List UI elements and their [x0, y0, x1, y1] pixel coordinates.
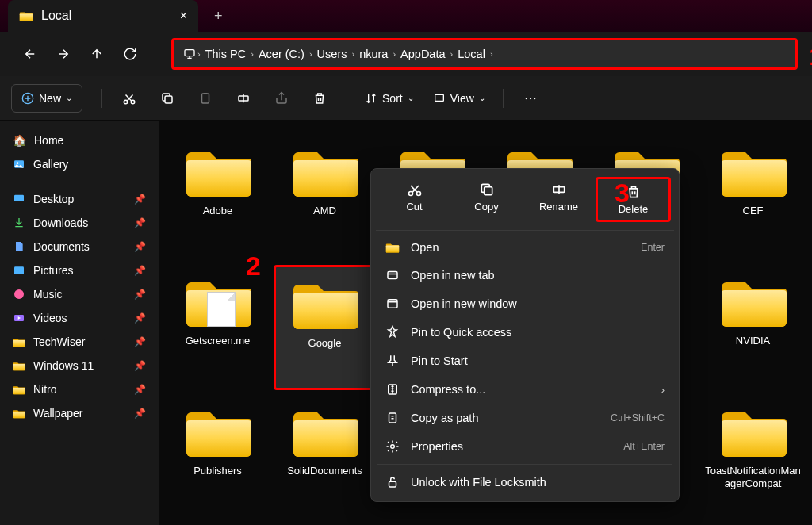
- folder-item-google[interactable]: Google: [274, 265, 376, 390]
- share-button[interactable]: [264, 84, 299, 113]
- svg-rect-14: [14, 266, 24, 274]
- back-button[interactable]: [14, 38, 46, 70]
- new-tab-button[interactable]: +: [214, 8, 223, 25]
- folder-icon: [19, 10, 33, 21]
- svg-rect-5: [202, 94, 209, 103]
- annotation-3: 3: [615, 178, 630, 209]
- annotation-2: 2: [246, 251, 261, 282]
- breadcrumb-item[interactable]: Users: [312, 48, 352, 60]
- more-button[interactable]: [513, 84, 548, 113]
- svg-point-3: [131, 100, 135, 104]
- tab-icon: [385, 268, 400, 282]
- sidebar-item-techwiser[interactable]: TechWiser📌: [0, 330, 159, 354]
- sidebar-gallery[interactable]: Gallery: [0, 152, 159, 176]
- svg-point-18: [416, 192, 420, 196]
- ctx-pin-start[interactable]: Pin to Start: [376, 347, 674, 375]
- ctx-compress[interactable]: Compress to...›: [376, 375, 674, 404]
- folder-icon: [13, 385, 25, 395]
- refresh-button[interactable]: [114, 38, 146, 70]
- home-icon: 🏠: [13, 134, 26, 147]
- svg-point-8: [525, 97, 527, 98]
- copy-button[interactable]: [150, 84, 185, 113]
- svg-rect-0: [185, 50, 194, 56]
- ctx-pin-quick[interactable]: Pin to Quick access: [376, 318, 674, 347]
- downloads-icon: [13, 217, 25, 229]
- sidebar-item-downloads[interactable]: Downloads📌: [0, 211, 159, 235]
- folder-item[interactable]: Adobe: [167, 135, 269, 260]
- svg-rect-7: [435, 94, 443, 101]
- ctx-open-window[interactable]: Open in new window: [376, 289, 674, 318]
- props-icon: [385, 439, 400, 454]
- breadcrumb-item[interactable]: nkura: [354, 48, 393, 60]
- svg-point-17: [408, 192, 412, 196]
- titlebar: Local × +: [0, 0, 812, 32]
- sidebar-item-windows11[interactable]: Windows 11📌: [0, 354, 159, 377]
- svg-rect-19: [484, 187, 492, 195]
- sidebar-item-desktop[interactable]: Desktop📌: [0, 187, 159, 211]
- tab-title: Local: [41, 9, 71, 23]
- svg-rect-4: [165, 96, 172, 103]
- cut-button[interactable]: [112, 84, 147, 113]
- breadcrumb[interactable]: › This PC› Acer (C:)› Users› nkura› AppD…: [171, 38, 798, 70]
- path-icon: [385, 411, 400, 425]
- svg-rect-21: [388, 272, 397, 279]
- new-button[interactable]: New ⌄: [11, 84, 82, 113]
- ctx-delete[interactable]: Delete: [596, 177, 671, 222]
- ctx-copy-path[interactable]: Copy as pathCtrl+Shift+C: [376, 404, 674, 432]
- breadcrumb-item[interactable]: AppData: [396, 48, 450, 60]
- forward-button[interactable]: [48, 38, 79, 70]
- tab[interactable]: Local ×: [8, 0, 198, 32]
- pin-start-icon: [385, 354, 400, 368]
- svg-rect-26: [389, 481, 396, 487]
- sidebar-item-documents[interactable]: Documents📌: [0, 235, 159, 259]
- sidebar-item-videos[interactable]: Videos📌: [0, 306, 159, 330]
- pin-icon: [385, 325, 400, 339]
- svg-point-9: [530, 97, 531, 98]
- ctx-open[interactable]: OpenEnter: [376, 234, 674, 261]
- pc-icon: [182, 48, 197, 60]
- sidebar: 🏠Home Gallery Desktop📌 Downloads📌 Docume…: [0, 121, 159, 525]
- ctx-properties[interactable]: PropertiesAlt+Enter: [376, 432, 674, 461]
- folder-item[interactable]: Getscreen.me: [167, 265, 269, 390]
- window-icon: [385, 297, 400, 311]
- up-button[interactable]: [81, 38, 113, 70]
- folder-item[interactable]: NVIDIA: [702, 265, 804, 390]
- rename-button[interactable]: [226, 84, 261, 113]
- sidebar-item-music[interactable]: Music📌: [0, 282, 159, 306]
- sort-button[interactable]: Sort⌄: [357, 84, 422, 113]
- view-button[interactable]: View⌄: [425, 84, 493, 113]
- close-icon[interactable]: ×: [180, 9, 187, 23]
- ctx-rename[interactable]: Rename: [523, 177, 594, 222]
- compress-icon: [385, 382, 400, 397]
- folder-item[interactable]: ToastNotificationManagerCompat: [702, 395, 804, 520]
- svg-point-15: [14, 289, 24, 299]
- svg-point-2: [124, 100, 128, 104]
- sidebar-item-nitro[interactable]: Nitro📌: [0, 377, 159, 401]
- folder-item[interactable]: AMD: [274, 135, 376, 260]
- sidebar-home[interactable]: 🏠Home: [0, 128, 159, 152]
- sidebar-item-wallpaper[interactable]: Wallpaper📌: [0, 401, 159, 425]
- svg-rect-13: [14, 195, 24, 201]
- folder-item[interactable]: SolidDocuments: [274, 395, 376, 520]
- annotation-1: 1: [809, 42, 812, 71]
- paste-button[interactable]: [188, 84, 223, 113]
- desktop-icon: [13, 193, 25, 205]
- ctx-unlock[interactable]: Unlock with File Locksmith: [376, 468, 674, 496]
- sidebar-item-pictures[interactable]: Pictures📌: [0, 259, 159, 282]
- ctx-open-tab[interactable]: Open in new tab: [376, 261, 674, 289]
- breadcrumb-item[interactable]: Local: [453, 48, 490, 60]
- folder-icon: [13, 337, 25, 347]
- folder-icon: [13, 361, 25, 371]
- toolbar: New ⌄ Sort⌄ View⌄: [0, 76, 812, 121]
- svg-point-12: [17, 162, 19, 164]
- folder-item[interactable]: CEF: [702, 135, 804, 260]
- breadcrumb-item[interactable]: Acer (C:): [254, 48, 309, 60]
- delete-button[interactable]: [302, 84, 337, 113]
- svg-rect-22: [388, 300, 397, 308]
- ctx-cut[interactable]: Cut: [379, 177, 450, 222]
- breadcrumb-item[interactable]: This PC: [201, 48, 251, 60]
- navbar: › This PC› Acer (C:)› Users› nkura› AppD…: [0, 32, 812, 76]
- ctx-copy[interactable]: Copy: [451, 177, 522, 222]
- folder-item[interactable]: Publishers: [167, 395, 269, 520]
- context-menu: Cut Copy Rename Delete OpenEnter Open in…: [370, 168, 680, 502]
